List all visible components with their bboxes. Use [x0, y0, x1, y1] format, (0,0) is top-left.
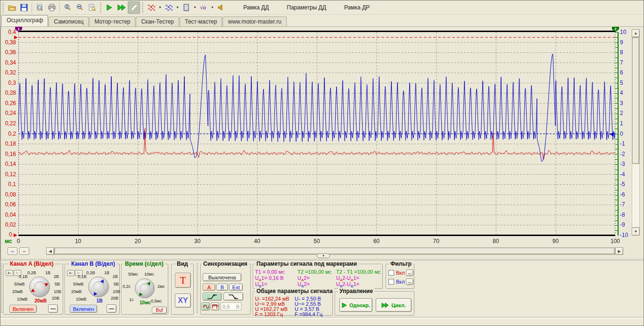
tab-осциллограф[interactable]: Осциллограф	[1, 15, 48, 26]
channel-a-minus-button[interactable]: —	[48, 304, 58, 313]
channel-b-wave-button[interactable]	[163, 1, 175, 14]
zoom-vertical-button[interactable]	[61, 1, 74, 14]
y-right-tick-label: 6	[620, 69, 632, 76]
tab-мотор-тестер[interactable]: Мотор-тестер	[89, 16, 135, 26]
waveform-canvas[interactable]	[18, 32, 615, 235]
right-axis-line	[615, 32, 619, 236]
zoom-horizontal-button[interactable]	[74, 1, 86, 14]
sync-level-unit: В	[236, 304, 241, 310]
tab-скан-тестер[interactable]: Скан-Тестер	[136, 16, 179, 26]
sync-level-mode-button[interactable]	[201, 302, 210, 310]
toolbar: ▼▼▼√α▼ Рамка ДДПараметры ДДРамка ДР	[0, 0, 644, 15]
channel-a-power-button[interactable]: Включен	[9, 305, 37, 313]
sync-source-b-button[interactable]: B	[216, 284, 228, 291]
sync-source-a-button[interactable]: А	[203, 284, 215, 291]
print-preview-button[interactable]	[33, 1, 46, 14]
filter-b-checkbox[interactable]	[388, 279, 394, 285]
channel-b-knob[interactable]	[88, 277, 109, 297]
edit-button[interactable]	[128, 1, 140, 14]
y-right-tick-label: 9	[620, 39, 632, 46]
y-left-tick-label: 0,3	[1, 80, 16, 86]
y-right-tick-label: 4	[620, 90, 632, 96]
channel-b-knob-label: 50мВ	[73, 282, 83, 286]
menu-item-2[interactable]: Параметры ДД	[286, 3, 327, 12]
axis-b-settings-button[interactable]: ..	[19, 247, 29, 255]
marker-param-value: UB1=	[255, 281, 267, 288]
channel-a-wave-icon	[148, 4, 156, 11]
menu-item-3[interactable]: Рамка ДР	[343, 3, 371, 12]
sound-button[interactable]	[215, 1, 227, 14]
run-cyclic-button[interactable]: Цикл.	[376, 298, 412, 312]
channel-b-knob-label: 1В	[104, 270, 109, 275]
print-button[interactable]	[46, 1, 58, 14]
calculator-dropdown[interactable]: ▼	[192, 1, 198, 14]
channel-a-knob[interactable]	[29, 277, 50, 297]
sync-level-value: 0,5	[221, 304, 236, 310]
channel-a-knob-label: 50мВ	[14, 282, 25, 286]
sync-level-input[interactable]: 0,5 В	[221, 302, 241, 310]
y-right-tick-label: 10	[620, 29, 632, 35]
calculator-button[interactable]	[180, 1, 192, 14]
math-sqrt-button[interactable]: √α	[198, 1, 210, 14]
channel-b-wave-dropdown[interactable]: ▼	[175, 1, 180, 14]
math-sqrt-dropdown[interactable]: ▼	[210, 1, 215, 14]
channel-b-auto-button[interactable]: A↕	[67, 270, 74, 276]
start-single-icon	[106, 4, 113, 11]
channel-b-wave-icon	[165, 4, 173, 11]
filter-a-checkbox[interactable]	[388, 270, 394, 276]
toolbar-gripper	[99, 2, 102, 13]
toolbar-gripper	[141, 2, 144, 13]
start-single-button[interactable]	[103, 1, 116, 14]
sync-falling-edge-button[interactable]	[223, 293, 243, 301]
oscilloscope-app: { "toolbar": { "buttons": [ {"icon":"ope…	[0, 0, 644, 326]
marker-param-value: T2 =100,00 мс	[297, 269, 331, 275]
y-left-tick-label: 0,06	[1, 201, 16, 208]
open-file-icon	[8, 4, 16, 11]
filter-a-more-button[interactable]: ...	[406, 269, 413, 276]
filter-b-more-button[interactable]: ...	[406, 278, 413, 285]
sync-pulse-mode-button[interactable]	[211, 302, 219, 310]
tab-самописец[interactable]: Самописец	[49, 16, 89, 26]
vscroll-down-button[interactable]: ▼	[632, 228, 640, 236]
channel-b-power-button[interactable]: Включен	[70, 305, 97, 313]
channel-a-wave-button[interactable]	[145, 1, 157, 14]
start-cyclic-button[interactable]	[116, 1, 128, 14]
print-icon	[48, 4, 56, 11]
buffer-button[interactable]: Buf	[152, 307, 167, 314]
sync-source-ext-button[interactable]: Ext	[229, 284, 243, 291]
channel-b-zero-marker[interactable]: ◀●	[610, 131, 616, 137]
marker-param-value: UB2=	[297, 281, 310, 288]
panel-collapse-button[interactable]: ▼	[317, 253, 330, 258]
menu-item-1[interactable]: Рамка ДД	[242, 3, 270, 12]
save-file-icon	[20, 4, 28, 11]
tab-тест-мастер[interactable]: Тест-мастер	[180, 16, 222, 26]
run-single-button[interactable]: Однокр.	[339, 298, 372, 312]
sync-off-button[interactable]: Выключена	[203, 273, 241, 281]
vscroll-thumb[interactable]	[632, 38, 639, 164]
channel-a-auto-button[interactable]: A↕	[6, 270, 13, 276]
sync-rising-edge-button[interactable]	[203, 293, 222, 301]
double-play-icon	[381, 302, 389, 308]
hscroll-thumb[interactable]	[55, 248, 615, 254]
view-xy-button[interactable]: XY	[175, 293, 191, 308]
channel-a-wave-dropdown[interactable]: ▼	[157, 1, 163, 14]
time-group: Время (с/дел) Buf 50мс10мс0,2с2мс1с0,5мс…	[121, 264, 168, 315]
rising-edge-icon	[207, 294, 217, 300]
hscroll-right-button[interactable]: ▶	[615, 247, 623, 255]
toolbar-separator	[32, 2, 32, 13]
signal-properties-icon	[88, 4, 96, 11]
signal-properties-button[interactable]	[86, 1, 98, 14]
view-group: Вид T XY	[171, 264, 194, 315]
vscroll-up-button[interactable]: ▲	[632, 29, 640, 37]
open-file-button[interactable]	[6, 1, 18, 14]
hscroll-left-button[interactable]: ◀	[46, 247, 54, 255]
time-title: Время (с/дел)	[124, 261, 165, 267]
channel-b-minus-button[interactable]: —	[107, 304, 116, 313]
channel-a-zero-marker[interactable]: ▶	[14, 233, 17, 237]
sync-title: Синхронизация	[202, 261, 249, 267]
view-t-button[interactable]: T	[175, 273, 191, 288]
save-file-button[interactable]	[18, 1, 30, 14]
tab-www.motor-master.ru[interactable]: www.motor-master.ru	[223, 16, 286, 26]
y-right-tick-label: 3	[620, 100, 632, 106]
axis-a-settings-button[interactable]: ..	[8, 247, 17, 255]
